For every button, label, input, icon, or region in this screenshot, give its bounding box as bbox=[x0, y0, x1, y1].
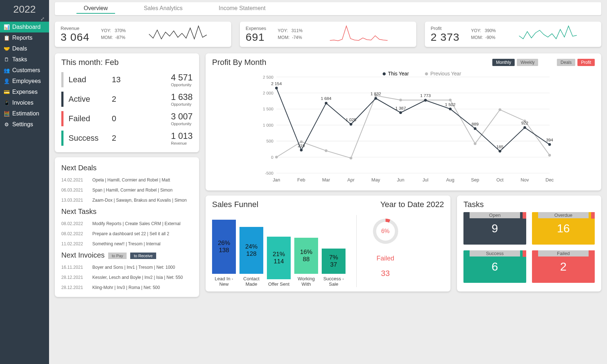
svg-point-52 bbox=[449, 108, 452, 110]
kpi-profit: Profit2 373YOY: 390%MOM: -90% bbox=[425, 22, 601, 47]
svg-text:Aug: Aug bbox=[446, 177, 454, 183]
task-tile-overdue[interactable]: Overdue16 bbox=[532, 212, 595, 245]
svg-point-31 bbox=[399, 99, 402, 101]
svg-point-34 bbox=[474, 142, 476, 145]
next-invoices-title: Next Invoices bbox=[61, 251, 105, 259]
svg-text:May: May bbox=[371, 177, 381, 183]
profit-chart-panel: Profit By Month Monthly Weekly Deals Pro… bbox=[206, 53, 601, 190]
deals-icon: 🤝 bbox=[4, 46, 9, 52]
svg-point-48 bbox=[399, 111, 402, 114]
toggle-profit[interactable]: Profit bbox=[577, 59, 595, 66]
list-item[interactable]: 28.12.2021Kessler, Lesch and Boyle | Inv… bbox=[61, 272, 193, 282]
nav-dashboard[interactable]: 📊Dashboard bbox=[0, 22, 49, 32]
svg-point-62 bbox=[383, 73, 386, 76]
year-label: 2022 bbox=[0, 0, 49, 16]
task-tile-failed[interactable]: Failed2 bbox=[532, 250, 595, 283]
next-deals-title: Next Deals bbox=[61, 164, 193, 172]
expand-icon[interactable]: ⤢ bbox=[0, 16, 49, 22]
tasks-panel: Tasks Open9Overdue16Success6Failed2 bbox=[457, 196, 601, 291]
svg-text:Sep: Sep bbox=[471, 177, 479, 183]
stat-failed: Failed03 007Opportunity bbox=[61, 109, 193, 128]
svg-point-54 bbox=[474, 127, 476, 130]
svg-point-37 bbox=[548, 154, 551, 156]
svg-text:Feb: Feb bbox=[297, 177, 305, 183]
to-pay-pill[interactable]: to Pay bbox=[108, 253, 127, 259]
nav-deals[interactable]: 🤝Deals bbox=[0, 43, 49, 54]
reports-icon: 📋 bbox=[4, 35, 9, 41]
tasks-title: Tasks bbox=[463, 200, 595, 209]
nav-customers[interactable]: 👥Customers bbox=[0, 65, 49, 76]
list-item[interactable]: 11.02.2022Something new!! | Tresom | Int… bbox=[61, 239, 193, 249]
svg-point-27 bbox=[300, 140, 303, 143]
kpi-revenue: Revenue3 064YOY: 370%MOM: -87% bbox=[55, 22, 231, 47]
tab-sales-analytics[interactable]: Sales Analytics bbox=[137, 4, 190, 14]
svg-point-58 bbox=[523, 126, 526, 129]
svg-point-60 bbox=[548, 143, 551, 146]
svg-text:1 387: 1 387 bbox=[395, 106, 406, 110]
funnel-bar: 26%138Lead In - New bbox=[212, 220, 236, 287]
svg-text:-500: -500 bbox=[265, 171, 273, 175]
svg-text:1 832: 1 832 bbox=[370, 91, 381, 96]
toggle-monthly[interactable]: Monthly bbox=[492, 59, 515, 66]
sparkline-icon bbox=[130, 25, 225, 43]
kpi-cards: Revenue3 064YOY: 370%MOM: -87%Expenses69… bbox=[55, 22, 601, 47]
list-item[interactable]: 08.02.2022Modify Reports | Create Sales … bbox=[61, 219, 193, 229]
svg-text:Jan: Jan bbox=[273, 177, 280, 183]
nav-settings[interactable]: ⚙Settings bbox=[0, 119, 49, 130]
funnel-bar: 7%37Success - Sale bbox=[322, 249, 346, 287]
tab-income-statement[interactable]: Income Statement bbox=[211, 4, 273, 14]
svg-point-50 bbox=[424, 99, 427, 101]
this-month-panel: This month: Feb Lead134 571OpportunityAc… bbox=[55, 53, 199, 152]
funnel-bar: 16%88Working With bbox=[294, 238, 318, 287]
svg-text:1 773: 1 773 bbox=[420, 93, 431, 98]
svg-text:Mar: Mar bbox=[322, 177, 330, 183]
svg-text:Jun: Jun bbox=[397, 177, 404, 183]
stat-lead: Lead134 571Opportunity bbox=[61, 70, 193, 89]
estimation-icon: 🧮 bbox=[4, 111, 9, 117]
svg-text:185: 185 bbox=[496, 144, 503, 149]
svg-text:1 684: 1 684 bbox=[321, 96, 332, 101]
toggle-weekly[interactable]: Weekly bbox=[517, 59, 538, 66]
profit-chart: -50005001 0001 5002 0002 500JanFebMarApr… bbox=[212, 69, 595, 185]
svg-text:394: 394 bbox=[546, 137, 553, 142]
svg-point-26 bbox=[275, 156, 278, 158]
list-item[interactable]: 14.02.2021Opela | Hamill, Cormier and Ro… bbox=[61, 175, 193, 185]
nav-estimation[interactable]: 🧮Estimation bbox=[0, 108, 49, 119]
employees-icon: 👤 bbox=[4, 78, 9, 84]
invoices-icon: 📱 bbox=[4, 100, 9, 106]
sparkline-icon bbox=[500, 25, 595, 43]
failed-pct: 6% bbox=[376, 222, 395, 241]
sparkline-icon bbox=[307, 25, 410, 43]
svg-point-29 bbox=[349, 157, 352, 159]
svg-text:Dec: Dec bbox=[545, 177, 554, 183]
svg-text:922: 922 bbox=[521, 120, 528, 125]
settings-icon: ⚙ bbox=[4, 122, 9, 127]
task-tile-open[interactable]: Open9 bbox=[463, 212, 526, 245]
svg-text:2 000: 2 000 bbox=[263, 91, 274, 95]
kpi-expenses: Expenses691YOY: 311%MOM: -74% bbox=[240, 22, 416, 47]
failed-label: Failed bbox=[368, 255, 403, 262]
svg-text:1 000: 1 000 bbox=[263, 123, 274, 127]
svg-point-33 bbox=[449, 99, 452, 101]
list-item[interactable]: 08.02.2022Prepare a dashboard set 22 | S… bbox=[61, 229, 193, 239]
funnel-panel: Sales Funnel Year to Date 2022 26%138Lea… bbox=[206, 196, 450, 291]
tab-overview[interactable]: Overview bbox=[76, 4, 115, 14]
svg-point-28 bbox=[325, 149, 327, 152]
svg-text:This Year: This Year bbox=[388, 71, 409, 76]
nav-invoices[interactable]: 📱Invoices bbox=[0, 97, 49, 108]
nav-expenses[interactable]: 💳Expenses bbox=[0, 87, 49, 97]
list-item[interactable]: 16.11.2021Boyer and Sons | Inv1 | Tresom… bbox=[61, 262, 193, 272]
list-item[interactable]: 28.12.2021Kling-Mohr | Inv3 | Roma | Net… bbox=[61, 282, 193, 293]
task-tile-success[interactable]: Success6 bbox=[463, 250, 526, 283]
svg-point-64 bbox=[425, 73, 428, 76]
svg-text:500: 500 bbox=[266, 139, 273, 143]
nav-employees[interactable]: 👤Employees bbox=[0, 76, 49, 87]
nav-reports[interactable]: 📋Reports bbox=[0, 32, 49, 43]
failed-donut: 6% bbox=[373, 219, 398, 244]
svg-point-42 bbox=[325, 102, 327, 104]
nav-tasks[interactable]: 🗒Tasks bbox=[0, 54, 49, 65]
list-item[interactable]: 13.03.2021Zaam-Dox | Sawayn, Brakus and … bbox=[61, 195, 193, 205]
toggle-deals[interactable]: Deals bbox=[557, 59, 575, 66]
to-receive-pill[interactable]: to Receive bbox=[130, 253, 156, 259]
list-item[interactable]: 06.03.2021Span | Hamill, Cormier and Rob… bbox=[61, 185, 193, 195]
